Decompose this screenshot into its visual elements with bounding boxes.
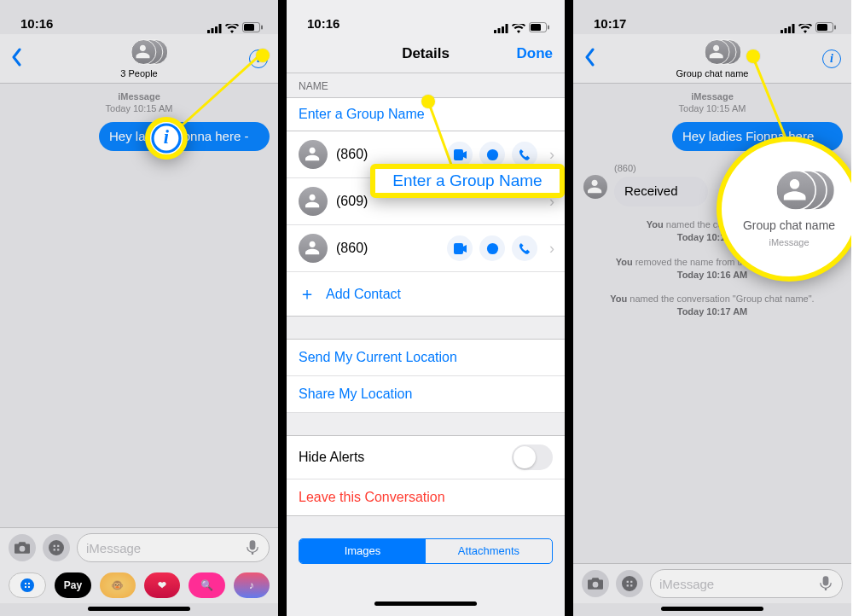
contact-avatar-icon <box>299 187 328 216</box>
home-indicator[interactable] <box>661 607 763 611</box>
back-button[interactable] <box>10 48 22 70</box>
name-section-label: NAME <box>287 73 565 97</box>
music-chip-icon[interactable]: ♪ <box>234 572 270 598</box>
details-nav: Details Done <box>287 34 565 73</box>
home-indicator[interactable] <box>374 601 477 606</box>
svg-rect-3 <box>215 26 218 33</box>
contact-avatar-icon <box>299 140 328 169</box>
camera-button[interactable] <box>582 570 609 597</box>
svg-rect-9 <box>498 28 501 33</box>
svg-rect-6 <box>244 24 254 31</box>
segmented-control[interactable]: Images Attachments <box>299 538 553 564</box>
pane-messages-thread: 10:16 3 People i iMessageToday 10:15 AM … <box>0 0 278 616</box>
svg-rect-16 <box>785 28 787 33</box>
system-message: You named the conversation "Group chat n… <box>573 293 851 318</box>
pane-details: 10:16 Details Done NAME Enter a Group Na… <box>287 0 565 616</box>
callout-magnifier-info: i <box>145 117 188 160</box>
svg-rect-11 <box>506 24 508 33</box>
wifi-icon <box>798 21 812 31</box>
thread-meta: iMessageToday 10:15 AM <box>573 90 851 115</box>
dictation-icon[interactable] <box>245 539 260 557</box>
thread-meta: iMessageToday 10:15 AM <box>0 90 278 115</box>
info-button[interactable]: i <box>822 49 841 68</box>
nav-bar: Group chat name i <box>573 34 851 84</box>
message-input[interactable]: iMessage <box>650 569 843 598</box>
cellular-signal-icon <box>494 21 508 31</box>
group-avatar-icon[interactable] <box>122 38 156 67</box>
pane-divider <box>278 0 287 616</box>
chevron-right-icon: › <box>549 240 554 258</box>
message-input[interactable]: iMessage <box>77 533 270 562</box>
animoji-chip-icon[interactable]: 🐵 <box>100 572 136 598</box>
contact-avatar-icon <box>583 175 607 199</box>
callout-dot <box>256 49 270 62</box>
app-strip[interactable]: Pay 🐵 ❤︎ 🔍 ♪ <box>0 567 278 603</box>
callout-dot <box>746 49 760 63</box>
message-compose-footer: iMessage <box>573 563 851 616</box>
message-placeholder: iMessage <box>659 577 714 591</box>
contact-row[interactable]: (860) › <box>287 225 565 272</box>
cellular-signal-icon <box>780 21 795 31</box>
callout-dot <box>421 95 435 108</box>
apple-pay-chip[interactable]: Pay <box>55 572 90 598</box>
status-bar: 10:17 <box>573 0 851 34</box>
wifi-icon <box>512 21 525 31</box>
svg-rect-7 <box>261 26 263 30</box>
facetime-video-icon[interactable] <box>447 235 473 261</box>
svg-rect-10 <box>502 26 504 33</box>
message-compose-footer: iMessage Pay 🐵 ❤︎ 🔍 ♪ <box>0 527 278 616</box>
add-contact-button[interactable]: ＋ Add Contact <box>287 272 565 317</box>
svg-rect-21 <box>834 26 836 30</box>
status-bar: 10:16 <box>0 0 278 34</box>
message-icon[interactable] <box>479 235 505 261</box>
app-store-button[interactable] <box>616 570 643 597</box>
pane-named-thread: 10:17 Group chat name i iMessageToday 10… <box>573 0 851 616</box>
dictation-icon[interactable] <box>818 575 833 593</box>
status-time: 10:16 <box>307 16 339 31</box>
pane-divider <box>565 0 573 616</box>
svg-rect-2 <box>212 28 214 33</box>
app-store-button[interactable] <box>43 534 70 561</box>
seg-images[interactable]: Images <box>299 539 426 563</box>
callout-magnifier-group-chat-name: Group chat name iMessage <box>717 137 851 282</box>
battery-icon <box>529 20 549 31</box>
battery-icon <box>242 20 263 31</box>
svg-rect-4 <box>219 24 222 33</box>
appstore-chip-icon[interactable] <box>9 572 46 598</box>
hide-alerts-switch[interactable] <box>512 445 553 470</box>
camera-button[interactable] <box>9 534 36 561</box>
done-button[interactable]: Done <box>517 45 554 62</box>
svg-rect-15 <box>780 30 783 33</box>
send-current-location-button[interactable]: Send My Current Location <box>287 339 565 376</box>
info-icon: i <box>151 123 181 153</box>
cellular-signal-icon <box>207 21 222 31</box>
status-time: 10:16 <box>20 16 53 31</box>
wifi-icon <box>225 21 239 31</box>
images-chip-icon[interactable]: 🔍 <box>189 572 224 598</box>
svg-rect-20 <box>817 24 827 31</box>
plus-icon: ＋ <box>299 282 316 305</box>
leave-conversation-button[interactable]: Leave this Conversation <box>287 479 565 516</box>
svg-rect-8 <box>494 30 496 33</box>
phone-icon[interactable] <box>512 235 537 261</box>
svg-rect-13 <box>531 24 541 31</box>
nav-subtitle: 3 People <box>120 68 157 78</box>
svg-rect-17 <box>788 26 791 33</box>
group-avatar-icon <box>762 167 816 213</box>
home-indicator[interactable] <box>88 607 190 611</box>
nav-subtitle: Group chat name <box>676 68 749 78</box>
share-my-location-button[interactable]: Share My Location <box>287 376 565 413</box>
back-button[interactable] <box>583 48 595 70</box>
status-bar: 10:16 <box>287 0 565 34</box>
message-placeholder: iMessage <box>86 541 141 555</box>
seg-attachments[interactable]: Attachments <box>426 539 552 563</box>
contact-avatar-icon <box>299 234 328 263</box>
digital-touch-chip-icon[interactable]: ❤︎ <box>144 572 180 598</box>
battery-icon <box>815 20 836 31</box>
svg-rect-18 <box>792 24 795 33</box>
group-avatar-icon[interactable] <box>695 38 729 67</box>
svg-rect-1 <box>207 30 210 33</box>
received-message-bubble[interactable]: Received <box>614 177 708 206</box>
chevron-right-icon: › <box>549 146 554 164</box>
status-time: 10:17 <box>594 16 626 31</box>
